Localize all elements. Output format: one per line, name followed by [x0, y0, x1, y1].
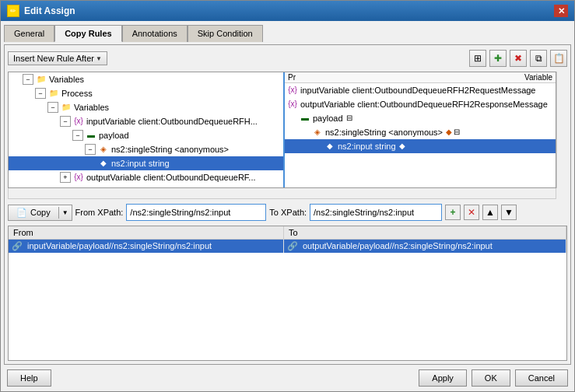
copy-button-label: Copy	[30, 208, 51, 217]
title-bar: ✏ Edit Assign ✕	[1, 1, 574, 21]
tree-node-process[interactable]: − 📁 Process	[9, 86, 283, 100]
variables-sub-folder-icon: 📁	[60, 101, 72, 114]
grid-icon-button[interactable]: ⊞	[469, 50, 486, 67]
tree-node-ns2input[interactable]: ◆ ns2:input string	[9, 156, 283, 170]
help-button[interactable]: Help	[7, 369, 51, 387]
rules-table: From To 🔗 inputVariable/payload//ns2:sin…	[9, 226, 566, 253]
col-from: From	[9, 226, 283, 240]
right-node-inputvar-label: inputVariable client:OutboundDequeueRFH2…	[300, 84, 535, 96]
from-var-icon: 🔗	[12, 241, 23, 250]
inputvar-icon: {x}	[72, 115, 85, 128]
payload-suffix: ⊟	[346, 112, 352, 124]
add-button[interactable]: ✚	[489, 50, 507, 67]
tree-hscrollbar-row	[8, 188, 567, 199]
node-label-payload: payload	[99, 129, 129, 142]
paste-icon-button[interactable]: 📋	[550, 50, 567, 67]
up-arrow-icon: ▲	[486, 207, 495, 218]
tree-node-variables[interactable]: − 📁 Variables	[9, 72, 283, 86]
right-node-outputvar[interactable]: {x} outputVariable client:OutboundDequeu…	[285, 97, 556, 111]
right-node-payload[interactable]: ▬ payload ⊟	[285, 111, 556, 125]
copy-dropdown-button[interactable]: ▼	[58, 207, 72, 219]
expander-singlestring[interactable]: −	[85, 144, 96, 155]
node-label-ns2input: ns2:input string	[111, 157, 170, 170]
expander-variables[interactable]: −	[23, 74, 33, 85]
right-buttons: Apply OK Cancel	[419, 369, 568, 387]
expander-payload[interactable]: −	[72, 130, 83, 141]
tree-area: − 📁 Variables − 📁 Process	[8, 72, 567, 188]
delete-row-button[interactable]: ✕	[464, 205, 479, 220]
col-to: To	[283, 226, 566, 240]
tree-right-scroll[interactable]: Pr Variable {x} inputVariable client:Out…	[285, 72, 556, 187]
copy-rules-table: From To 🔗 inputVariable/payload//ns2:sin…	[8, 226, 567, 361]
from-xpath-input[interactable]	[126, 204, 266, 221]
expander-outputvar[interactable]: +	[60, 172, 71, 183]
right-node-ns2input[interactable]: ◆ ns2:input string ◆	[285, 139, 556, 153]
tree-right: Pr Variable {x} inputVariable client:Out…	[285, 72, 556, 187]
tab-annotations[interactable]: Annotations	[122, 25, 188, 42]
dropdown-arrow-icon: ▼	[96, 55, 102, 62]
add-icon: +	[451, 207, 456, 218]
tab-copy-rules[interactable]: Copy Rules	[54, 25, 122, 42]
tree-left-scroll[interactable]: − 📁 Variables − 📁 Process	[9, 72, 283, 187]
expander-process[interactable]: −	[35, 88, 46, 99]
right-inputvar-icon: {x}	[286, 84, 299, 96]
from-value: inputVariable/payload//ns2:singleString/…	[27, 241, 212, 250]
copy-icon: ⧉	[535, 53, 542, 64]
move-down-button[interactable]: ▼	[501, 205, 517, 220]
close-button[interactable]: ✕	[554, 5, 568, 17]
toolbar: Insert New Rule After ▼ ⊞ ✚ ✖ ⧉ 📋	[8, 48, 567, 68]
delete-x-icon: ✕	[468, 207, 475, 218]
copy-btn-group: 📄 Copy ▼	[8, 205, 72, 221]
apply-button[interactable]: Apply	[419, 369, 467, 387]
right-outputvar-icon: {x}	[286, 98, 299, 110]
down-arrow-icon: ▼	[504, 207, 514, 218]
expander-inputvar[interactable]: −	[60, 116, 71, 127]
from-xpath-label: From XPath:	[75, 208, 124, 217]
node-label-process: Process	[61, 87, 93, 100]
right-ns2input-icon: ◆	[324, 140, 336, 152]
right-node-inputvar[interactable]: {x} inputVariable client:OutboundDequeue…	[285, 83, 556, 97]
tab-skip-condition[interactable]: Skip Condition	[188, 25, 263, 42]
ns2input-suffix: ◆	[399, 140, 405, 152]
tree-left: − 📁 Variables − 📁 Process	[9, 72, 285, 187]
bottom-bar: Help Apply OK Cancel	[4, 365, 571, 388]
insert-rule-button[interactable]: Insert New Rule After ▼	[8, 51, 107, 65]
right-node-singlestring[interactable]: ◈ ns2:singleString <anonymous> ◆ ⊟	[285, 125, 556, 139]
expander-variables-sub[interactable]: −	[47, 102, 58, 113]
move-up-button[interactable]: ▲	[482, 205, 498, 220]
tree-node-singlestring[interactable]: − ◈ ns2:singleString <anonymous>	[9, 142, 283, 156]
table-row[interactable]: 🔗 inputVariable/payload//ns2:singleStrin…	[9, 240, 566, 254]
tree-node-payload[interactable]: − ▬ payload	[9, 128, 283, 142]
to-xpath-input[interactable]	[310, 204, 442, 221]
copy-row: 📄 Copy ▼ From XPath: To XPath: + ✕ ▲	[8, 202, 567, 222]
copy-main-button[interactable]: 📄 Copy	[9, 205, 58, 220]
right-payload-icon: ▬	[299, 112, 311, 124]
to-value: outputVariable/payload//ns2:singleString…	[303, 241, 493, 250]
insert-rule-label: Insert New Rule After	[13, 54, 94, 63]
singlestring-suffix: ◆	[446, 126, 452, 138]
table-cell-from: 🔗 inputVariable/payload//ns2:singleStrin…	[9, 240, 283, 254]
process-folder-icon: 📁	[47, 87, 60, 100]
right-node-ns2input-label: ns2:input string	[338, 140, 396, 152]
tree-vscrollbar[interactable]	[556, 72, 567, 188]
tree-node-outputvar[interactable]: + {x} outputVariable client:OutboundDequ…	[9, 170, 283, 184]
delete-button[interactable]: ✖	[510, 50, 527, 67]
tree-node-variables-sub[interactable]: − 📁 Variables	[9, 100, 283, 114]
singlestring-expand: ⊟	[454, 126, 460, 138]
right-node-singlestring-label: ns2:singleString <anonymous>	[325, 126, 443, 138]
outputvar-icon: {x}	[72, 171, 85, 184]
tree-node-inputvar[interactable]: − {x} inputVariable client:OutboundDeque…	[9, 114, 283, 128]
tab-content: Insert New Rule After ▼ ⊞ ✚ ✖ ⧉ 📋	[4, 44, 571, 365]
tab-bar: General Copy Rules Annotations Skip Cond…	[4, 24, 571, 41]
copy-icon-button[interactable]: ⧉	[530, 50, 547, 67]
cancel-button[interactable]: Cancel	[515, 369, 568, 387]
tab-general[interactable]: General	[4, 25, 54, 42]
ns2input-icon: ◆	[97, 157, 110, 170]
right-singlestring-icon: ◈	[311, 126, 324, 138]
ok-button[interactable]: OK	[472, 369, 510, 387]
node-label-outputvar: outputVariable client:OutboundDequeueRF.…	[86, 171, 256, 184]
main-window: ✏ Edit Assign ✕ General Copy Rules Annot…	[0, 0, 575, 392]
hscrollbar-left[interactable]	[8, 188, 556, 199]
add-row-button[interactable]: +	[445, 205, 461, 220]
node-label-inputvar: inputVariable client:OutboundDequeueRFH.…	[86, 115, 258, 128]
